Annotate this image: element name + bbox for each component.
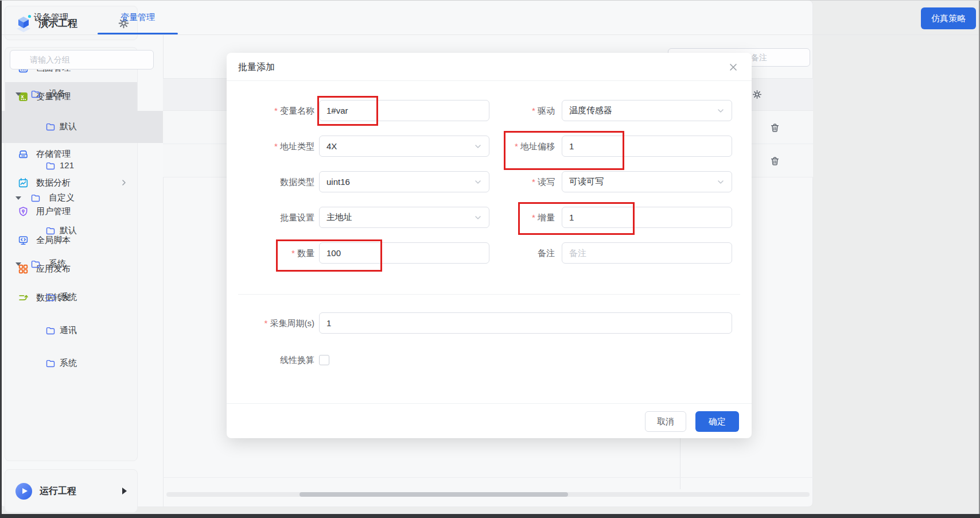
window-edge: [0, 0, 980, 1]
tabs-bar: 设备管理 变量管理 仿真策略: [0, 0, 980, 35]
folder-icon: [30, 89, 41, 99]
folder-icon: [45, 292, 56, 303]
divider: [227, 403, 752, 404]
tab-variable-management[interactable]: 变量管理: [98, 0, 178, 34]
gear-icon[interactable]: [752, 90, 762, 99]
tree-node-system-child2[interactable]: 系统: [0, 352, 163, 375]
horizontal-scrollbar[interactable]: [166, 492, 810, 497]
window-edge: [0, 0, 2, 518]
trash-icon[interactable]: [769, 156, 780, 167]
tree-node-device[interactable]: 设备: [0, 83, 163, 106]
folder-icon: [45, 226, 56, 236]
caret-down-icon[interactable]: [15, 92, 21, 96]
close-icon[interactable]: [728, 61, 739, 73]
folder-icon: [30, 259, 41, 269]
remark-input[interactable]: [562, 242, 732, 264]
increment-input[interactable]: [562, 207, 732, 228]
chevron-down-icon: [717, 107, 725, 115]
folder-icon: [45, 161, 56, 171]
folder-icon: [45, 326, 56, 336]
field-label-variable-name: 变量名称: [227, 100, 314, 121]
caret-down-icon[interactable]: [15, 196, 21, 200]
table-bottom-line: [163, 477, 813, 478]
tree-node-system-child[interactable]: 系统: [0, 286, 163, 309]
trash-icon[interactable]: [769, 122, 780, 133]
folder-icon: [45, 358, 56, 369]
group-search-input[interactable]: [10, 50, 154, 69]
app-window: 演示工程 画面管理 x: [0, 0, 980, 518]
group-tree-panel: 设备 默认 121: [0, 35, 164, 507]
field-label-linear-convert: 线性换算: [227, 349, 314, 370]
field-label-batch-setting: 批量设置: [227, 207, 314, 228]
batch-add-dialog: 批量添加 变量名称 驱动 温度传感器 地址类型 4X 地址偏移 数据类型: [227, 53, 752, 438]
field-label-collect-period: 采集周期(s): [227, 312, 314, 334]
field-label-read-write: 读写: [456, 171, 555, 192]
collect-period-input[interactable]: [319, 312, 732, 334]
field-label-address-offset: 地址偏移: [456, 136, 555, 157]
simulation-strategy-button[interactable]: 仿真策略: [921, 7, 976, 29]
linear-convert-checkbox[interactable]: [319, 355, 329, 365]
divider: [227, 80, 752, 81]
active-tab-underline: [98, 33, 178, 34]
window-edge: [0, 514, 980, 518]
field-label-quantity: 数量: [227, 242, 314, 264]
tree-node-default-selected[interactable]: 默认: [0, 111, 163, 143]
field-label-data-type: 数据类型: [227, 171, 314, 192]
address-offset-input[interactable]: [562, 136, 732, 157]
field-label-address-type: 地址类型: [227, 136, 314, 157]
tree-node-121[interactable]: 121: [0, 154, 163, 177]
scrollbar-thumb[interactable]: [300, 492, 568, 497]
caret-down-icon[interactable]: [15, 262, 21, 266]
field-label-remark: 备注: [456, 242, 555, 264]
tree-node-custom[interactable]: 自定义: [0, 187, 163, 210]
driver-select[interactable]: 温度传感器: [562, 100, 732, 121]
tab-device-management[interactable]: 设备管理: [11, 0, 91, 34]
divider: [238, 294, 740, 295]
folder-icon: [30, 193, 41, 203]
tree-node-default2[interactable]: 默认: [0, 219, 163, 242]
folder-icon: [45, 122, 56, 132]
tree-node-comm[interactable]: 通讯: [0, 319, 163, 342]
read-write-select[interactable]: 可读可写: [562, 171, 732, 192]
tree-node-system[interactable]: 系统: [0, 253, 163, 276]
dialog-title: 批量添加: [238, 61, 275, 74]
chevron-down-icon: [717, 178, 725, 186]
cancel-button[interactable]: 取消: [645, 411, 686, 432]
field-label-driver: 驱动: [456, 100, 555, 121]
field-label-increment: 增量: [456, 207, 555, 228]
confirm-button[interactable]: 确定: [695, 411, 739, 432]
